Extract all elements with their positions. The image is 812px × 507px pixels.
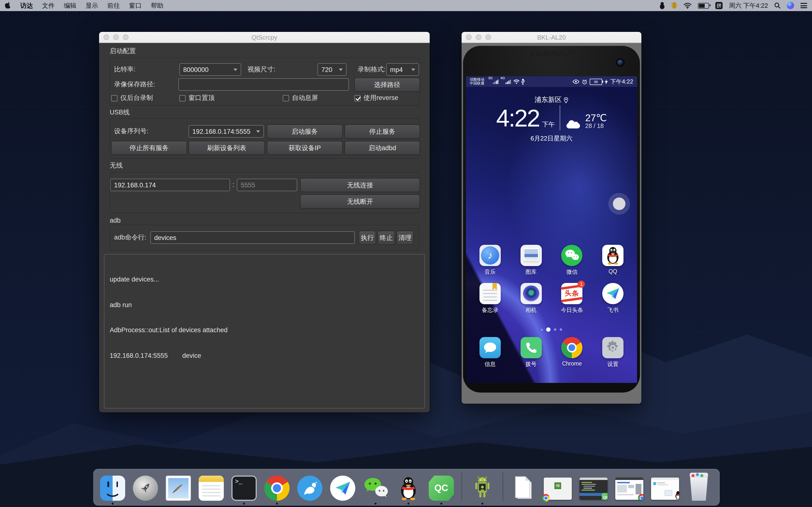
phone-screen[interactable]: 优酷移动 中国联通 3G 4G <box>466 76 637 383</box>
app-qq[interactable]: QQ <box>596 245 630 276</box>
adb-terminate-button[interactable]: 终止 <box>377 231 395 245</box>
phone-window-content: 优酷移动 中国联通 3G 4G <box>462 43 642 404</box>
bitrate-label: 比特率: <box>114 63 136 76</box>
menu-item-file[interactable]: 文件 <box>42 1 55 10</box>
location-row[interactable]: 浦东新区 <box>466 96 637 104</box>
dock-item-qtscrcpy[interactable]: QC <box>429 475 454 501</box>
location-pin-icon <box>564 97 568 103</box>
chevron-down-icon <box>256 130 260 132</box>
checkbox-checked-icon <box>354 95 361 101</box>
app-toutiao[interactable]: 头条 1 今日头条 <box>555 283 590 314</box>
dock-item-feishu[interactable] <box>330 475 355 501</box>
adb-clear-button[interactable]: 清理 <box>396 231 414 245</box>
eye-comfort-icon <box>572 79 579 84</box>
spotlight-search-icon[interactable] <box>774 2 780 9</box>
clock-weather-widget[interactable]: 4:22 下午 27℃ 28 / 18 <box>466 105 637 130</box>
app-dialer[interactable]: 拨号 <box>514 337 548 368</box>
battery-icon[interactable] <box>698 3 709 8</box>
menu-item-window[interactable]: 窗口 <box>129 1 142 10</box>
dock-item-qq[interactable] <box>396 475 421 501</box>
siri-icon[interactable] <box>787 2 794 9</box>
bitrate-combo[interactable]: 8000000 <box>179 63 241 76</box>
dock-item-launchpad[interactable] <box>133 475 158 501</box>
record-path-input[interactable] <box>179 78 349 91</box>
checkbox-box <box>111 95 117 101</box>
dock-item-chrome[interactable] <box>264 475 290 501</box>
dock-minimized-window-chrome-page[interactable] <box>615 477 643 500</box>
stop-all-services-button[interactable]: 停止所有服务 <box>111 141 187 155</box>
menu-item-edit[interactable]: 编辑 <box>64 1 77 10</box>
app-camera[interactable]: 相机 <box>514 283 548 314</box>
adb-execute-button[interactable]: 执行 <box>359 231 376 245</box>
auto-screen-off-checkbox[interactable]: 自动息屏 <box>283 94 318 102</box>
minimize-button[interactable] <box>113 34 119 40</box>
app-music[interactable]: ♪ 音乐 <box>473 245 507 276</box>
app-label: 音乐 <box>485 269 496 276</box>
pinyin-input-icon[interactable]: 拼 <box>715 2 723 9</box>
app-wechat[interactable]: 微信 <box>555 245 590 276</box>
log-line: 192.168.0.174:5555 device <box>110 351 419 360</box>
dock-minimized-window-chrome-green[interactable]: 坤 <box>544 477 572 500</box>
dock-item-scrcpy-android[interactable] <box>470 475 495 501</box>
wireless-connect-button[interactable]: 无线连接 <box>300 178 420 192</box>
refresh-device-list-button[interactable]: 刷新设备列表 <box>189 141 265 155</box>
zoom-button[interactable] <box>485 34 491 40</box>
wireless-disconnect-button[interactable]: 无线断开 <box>300 194 420 209</box>
app-messages[interactable]: 信息 <box>473 337 507 368</box>
use-reverse-checkbox[interactable]: 使用reverse <box>354 94 398 102</box>
dock-item-trash[interactable] <box>687 473 711 501</box>
log-line: AdbProcess::out:List of devices attached <box>110 326 419 334</box>
minimize-button[interactable] <box>475 34 481 40</box>
menu-item-finder[interactable]: 访达 <box>20 1 33 10</box>
notification-center-icon[interactable] <box>800 3 807 8</box>
start-adbd-button[interactable]: 启动adbd <box>345 141 420 155</box>
menu-item-help[interactable]: 帮助 <box>151 1 163 10</box>
app-feishu[interactable]: 飞书 <box>596 283 630 314</box>
zoom-button[interactable] <box>123 34 129 40</box>
wifi-icon[interactable] <box>683 2 692 9</box>
dock-item-notes[interactable] <box>199 475 224 501</box>
app-chrome[interactable]: Chrome <box>555 337 590 368</box>
always-on-top-checkbox[interactable]: 窗口置顶 <box>179 94 215 102</box>
adb-command-input[interactable] <box>150 231 355 244</box>
qc-icon-text: QC <box>435 483 448 494</box>
dock-item-sealion-app[interactable] <box>297 475 322 501</box>
choose-path-button[interactable]: 选择路径 <box>354 78 420 92</box>
phone-window-titlebar[interactable]: BKL-AL20 <box>462 32 642 43</box>
menu-bar-clock[interactable]: 周六 下午4:22 <box>729 1 768 10</box>
app-gallery[interactable]: 图库 <box>514 245 548 276</box>
record-format-combo[interactable]: mp4 <box>386 63 419 76</box>
close-button[interactable] <box>103 34 109 40</box>
dock-minimized-window-code-editor[interactable]: QC <box>579 477 608 500</box>
qtscrcpy-titlebar[interactable]: QtScrcpy <box>99 32 430 43</box>
wireless-ip-input[interactable] <box>110 179 230 191</box>
start-service-button[interactable]: 启动服务 <box>267 125 343 138</box>
menu-item-view[interactable]: 显示 <box>86 1 98 10</box>
close-button[interactable] <box>466 34 472 40</box>
stop-service-button[interactable]: 停止服务 <box>345 125 420 138</box>
security-shield-icon[interactable] <box>671 2 677 9</box>
dock-item-terminal[interactable]: >_ <box>232 475 257 501</box>
dock-item-documents-stack[interactable] <box>511 475 536 501</box>
apple-menu-icon[interactable] <box>5 2 11 9</box>
device-serial-combo[interactable]: 192.168.0.174:5555 <box>189 125 264 137</box>
dock-item-finder[interactable] <box>100 475 125 501</box>
adb-log-output[interactable]: update devices... adb run AdbProcess::ou… <box>104 254 425 408</box>
get-device-ip-button[interactable]: 获取设备IP <box>267 141 343 155</box>
qc-badge-icon: QC <box>602 493 608 500</box>
qq-penguin-icon[interactable] <box>659 2 665 9</box>
menu-item-go[interactable]: 前往 <box>107 1 120 10</box>
dock-item-wechat[interactable] <box>363 475 388 501</box>
video-size-combo[interactable]: 720 <box>317 63 347 76</box>
record-path-label: 录像保存路径: <box>114 78 155 91</box>
app-notes[interactable]: 备忘录 <box>473 283 507 314</box>
app-label: 今日头条 <box>561 306 583 314</box>
dock-minimized-window-qq-chat[interactable] <box>651 477 679 500</box>
dock-item-mail[interactable] <box>166 475 191 501</box>
background-record-checkbox[interactable]: 仅后台录制 <box>111 94 153 102</box>
wireless-port-input[interactable] <box>237 179 297 191</box>
floating-nav-ball[interactable] <box>609 193 629 214</box>
record-format-value: mp4 <box>390 66 403 73</box>
app-settings[interactable]: 设置 <box>596 337 630 368</box>
feishu-app-icon <box>602 283 623 304</box>
